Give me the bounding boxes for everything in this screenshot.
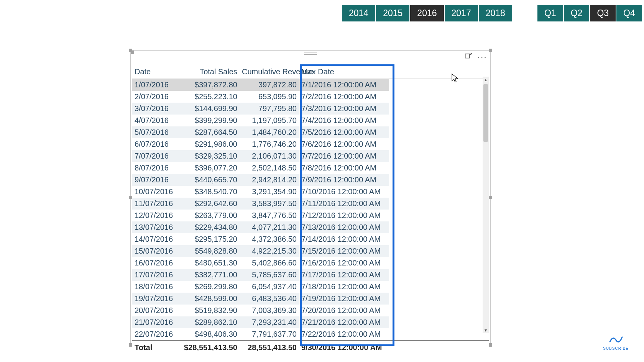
table-row[interactable]: 4/07/2016$399,299.901,197,095.707/4/2016… xyxy=(132,115,489,126)
cell-sales: $289,862.10 xyxy=(181,316,240,328)
focus-mode-icon[interactable] xyxy=(464,52,473,62)
col-total-sales[interactable]: Total Sales xyxy=(181,66,240,79)
table-row[interactable]: 21/07/2016$289,862.107,293,231.407/21/20… xyxy=(132,316,489,328)
table-row[interactable]: 5/07/2016$287,664.501,484,760.207/5/2016… xyxy=(132,126,489,138)
drag-handle-icon[interactable] xyxy=(304,52,317,55)
cell-sales: $295,175.20 xyxy=(181,233,240,245)
cell-max: 7/19/2016 12:00:00 AM xyxy=(299,293,389,305)
scroll-thumb[interactable] xyxy=(483,84,488,142)
total-max: 9/30/2016 12:00:00 AM xyxy=(299,341,389,354)
year-slicer-2015[interactable]: 2015 xyxy=(376,5,409,21)
cell-max: 7/1/2016 12:00:00 AM xyxy=(299,79,389,91)
cell-date: 1/07/2016 xyxy=(132,79,181,91)
scroll-up-icon[interactable]: ▴ xyxy=(483,77,489,83)
cell-cum: 2,502,148.50 xyxy=(240,162,299,174)
quarter-slicer-q3[interactable]: Q3 xyxy=(590,5,616,21)
col-cumulative-revenue[interactable]: Cumulative Revenue xyxy=(240,66,299,79)
cell-sales: $287,664.50 xyxy=(181,126,240,138)
cell-max: 7/10/2016 12:00:00 AM xyxy=(299,186,389,198)
year-slicer-2014[interactable]: 2014 xyxy=(342,5,375,21)
cell-cum: 797,795.80 xyxy=(240,103,299,115)
cell-max: 7/3/2016 12:00:00 AM xyxy=(299,103,389,115)
table-row[interactable]: 10/07/2016$348,540.703,291,354.907/10/20… xyxy=(132,186,489,198)
table-row[interactable]: 15/07/2016$549,828.804,922,215.307/15/20… xyxy=(132,245,489,257)
table-row[interactable]: 1/07/2016$397,872.80397,872.807/1/2016 1… xyxy=(132,79,489,91)
cell-cum: 653,095.90 xyxy=(240,91,299,103)
scroll-down-icon[interactable]: ▾ xyxy=(483,327,489,333)
table-row[interactable]: 13/07/2016$229,434.804,077,211.307/13/20… xyxy=(132,221,489,233)
table-row[interactable]: 17/07/2016$382,771.005,785,637.607/17/20… xyxy=(132,269,489,281)
table-row[interactable]: 3/07/2016$144,699.90797,795.807/3/2016 1… xyxy=(132,103,489,115)
year-slicer-2016[interactable]: 2016 xyxy=(410,5,444,21)
table-row[interactable]: 20/07/2016$519,832.907,003,369.307/20/20… xyxy=(132,305,489,316)
cell-date: 10/07/2016 xyxy=(132,186,181,198)
cell-max: 7/21/2016 12:00:00 AM xyxy=(299,316,389,328)
table-row[interactable]: 7/07/2016$329,325.102,106,071.307/7/2016… xyxy=(132,150,489,162)
cell-sales: $396,077.20 xyxy=(181,162,240,174)
year-slicer-2018[interactable]: 2018 xyxy=(479,5,512,21)
cell-max: 7/2/2016 12:00:00 AM xyxy=(299,91,389,103)
cell-cum: 7,003,369.30 xyxy=(240,305,299,316)
cell-max: 7/18/2016 12:00:00 AM xyxy=(299,281,389,293)
table-total-row: Total $28,551,413.50 28,551,413.50 9/30/… xyxy=(132,341,489,354)
quarter-slicer-q1[interactable]: Q1 xyxy=(537,5,563,21)
cell-sales: $498,406.30 xyxy=(181,328,240,341)
cell-max: 7/6/2016 12:00:00 AM xyxy=(299,138,389,150)
cell-sales: $329,325.10 xyxy=(181,150,240,162)
subscribe-label: SUBSCRIBE xyxy=(603,346,629,351)
table-row[interactable]: 8/07/2016$396,077.202,502,148.507/8/2016… xyxy=(132,162,489,174)
cell-max: 7/13/2016 12:00:00 AM xyxy=(299,221,389,233)
cell-max: 7/4/2016 12:00:00 AM xyxy=(299,115,389,126)
cell-max: 7/8/2016 12:00:00 AM xyxy=(299,162,389,174)
cell-date: 6/07/2016 xyxy=(132,138,181,150)
cell-cum: 2,106,071.30 xyxy=(240,150,299,162)
cell-date: 16/07/2016 xyxy=(132,257,181,269)
more-options-icon[interactable]: ··· xyxy=(477,54,487,61)
cell-date: 18/07/2016 xyxy=(132,281,181,293)
cell-cum: 5,785,637.60 xyxy=(240,269,299,281)
cell-date: 5/07/2016 xyxy=(132,126,181,138)
cell-cum: 7,791,637.70 xyxy=(240,328,299,341)
cell-sales: $480,651.30 xyxy=(181,257,240,269)
cell-sales: $292,642.60 xyxy=(181,198,240,210)
table-visual[interactable]: ··· Date Total Sales Cumulative Revenue … xyxy=(130,50,491,345)
table-row[interactable]: 6/07/2016$291,986.001,776,746.207/6/2016… xyxy=(132,138,489,150)
cell-sales: $549,828.80 xyxy=(181,245,240,257)
subscribe-badge[interactable]: SUBSCRIBE xyxy=(603,334,629,351)
table-row[interactable]: 16/07/2016$480,651.305,402,866.607/16/20… xyxy=(132,257,489,269)
cell-date: 7/07/2016 xyxy=(132,150,181,162)
cell-sales: $428,599.00 xyxy=(181,293,240,305)
table-row[interactable]: 9/07/2016$440,665.702,942,814.207/9/2016… xyxy=(132,174,489,186)
cell-max: 7/15/2016 12:00:00 AM xyxy=(299,245,389,257)
table-header-row[interactable]: Date Total Sales Cumulative Revenue Max … xyxy=(132,66,489,79)
table-row[interactable]: 18/07/2016$269,299.806,054,937.407/18/20… xyxy=(132,281,489,293)
col-max-date[interactable]: Max Date xyxy=(299,66,389,79)
cell-sales: $263,779.00 xyxy=(181,210,240,221)
cell-cum: 4,077,211.30 xyxy=(240,221,299,233)
cell-max: 7/5/2016 12:00:00 AM xyxy=(299,126,389,138)
cell-cum: 7,293,231.40 xyxy=(240,316,299,328)
table-row[interactable]: 22/07/2016$498,406.307,791,637.707/22/20… xyxy=(132,328,489,341)
quarter-slicer-q2[interactable]: Q2 xyxy=(564,5,590,21)
cell-cum: 397,872.80 xyxy=(240,79,299,91)
col-date[interactable]: Date xyxy=(132,66,181,79)
cell-date: 21/07/2016 xyxy=(132,316,181,328)
table-row[interactable]: 2/07/2016$255,223.10653,095.907/2/2016 1… xyxy=(132,91,489,103)
cell-sales: $255,223.10 xyxy=(181,91,240,103)
table-row[interactable]: 12/07/2016$263,779.003,847,776.507/12/20… xyxy=(132,210,489,221)
year-slicer-2017[interactable]: 2017 xyxy=(445,5,478,21)
cell-max: 7/12/2016 12:00:00 AM xyxy=(299,210,389,221)
cell-cum: 5,402,866.60 xyxy=(240,257,299,269)
cell-sales: $519,832.90 xyxy=(181,305,240,316)
table-row[interactable]: 14/07/2016$295,175.204,372,386.507/14/20… xyxy=(132,233,489,245)
cell-date: 12/07/2016 xyxy=(132,210,181,221)
year-slicer: 20142015201620172018 xyxy=(342,5,512,21)
quarter-slicer-q4[interactable]: Q4 xyxy=(616,5,642,21)
quarter-slicer: Q1Q2Q3Q4 xyxy=(537,5,642,21)
table-row[interactable]: 19/07/2016$428,599.006,483,536.407/19/20… xyxy=(132,293,489,305)
table-row[interactable]: 11/07/2016$292,642.603,583,997.507/11/20… xyxy=(132,198,489,210)
cell-max: 7/11/2016 12:00:00 AM xyxy=(299,198,389,210)
cell-date: 17/07/2016 xyxy=(132,269,181,281)
vertical-scrollbar[interactable]: ▴ ▾ xyxy=(483,77,489,333)
cell-sales: $399,299.90 xyxy=(181,115,240,126)
